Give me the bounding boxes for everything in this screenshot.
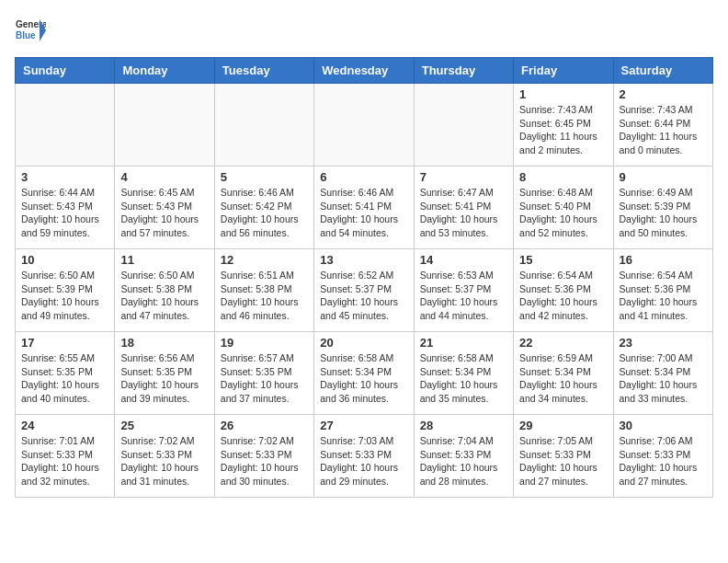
day-number: 4 [120,170,208,184]
calendar-cell: 11Sunrise: 6:50 AM Sunset: 5:38 PM Dayli… [115,249,214,332]
calendar-week-2: 3Sunrise: 6:44 AM Sunset: 5:43 PM Daylig… [16,167,713,249]
calendar-cell: 21Sunrise: 6:58 AM Sunset: 5:34 PM Dayli… [414,332,513,415]
day-info: Sunrise: 6:58 AM Sunset: 5:34 PM Dayligh… [320,351,407,406]
day-number: 18 [120,336,208,350]
day-info: Sunrise: 6:55 AM Sunset: 5:35 PM Dayligh… [21,351,108,406]
calendar-cell [16,84,115,167]
day-number: 10 [21,253,108,267]
calendar-cell: 7Sunrise: 6:47 AM Sunset: 5:41 PM Daylig… [414,167,513,249]
day-number: 19 [221,336,308,350]
day-info: Sunrise: 6:52 AM Sunset: 5:37 PM Dayligh… [320,269,407,323]
day-info: Sunrise: 6:58 AM Sunset: 5:34 PM Dayligh… [420,351,507,406]
day-info: Sunrise: 7:05 AM Sunset: 5:33 PM Dayligh… [519,434,607,488]
calendar-cell: 28Sunrise: 7:04 AM Sunset: 5:33 PM Dayli… [414,415,513,498]
day-number: 9 [620,170,707,184]
calendar-header-thursday: Thursday [414,58,513,84]
day-info: Sunrise: 7:43 AM Sunset: 6:44 PM Dayligh… [620,103,707,157]
logo-svg: General Blue [15,15,46,46]
page-header: General Blue [15,15,713,46]
svg-text:Blue: Blue [16,30,36,40]
calendar-week-4: 17Sunrise: 6:55 AM Sunset: 5:35 PM Dayli… [16,332,713,415]
day-info: Sunrise: 6:47 AM Sunset: 5:41 PM Dayligh… [420,186,507,240]
day-info: Sunrise: 6:46 AM Sunset: 5:41 PM Dayligh… [320,186,407,240]
day-number: 17 [21,336,108,350]
logo: General Blue [15,15,46,46]
calendar-header-wednesday: Wednesday [314,58,414,84]
calendar-header-row: SundayMondayTuesdayWednesdayThursdayFrid… [16,58,713,84]
calendar-cell: 10Sunrise: 6:50 AM Sunset: 5:39 PM Dayli… [16,249,115,332]
day-number: 22 [519,336,607,350]
calendar-cell: 1Sunrise: 7:43 AM Sunset: 6:45 PM Daylig… [514,84,613,167]
calendar-week-3: 10Sunrise: 6:50 AM Sunset: 5:39 PM Dayli… [16,249,713,332]
day-number: 25 [120,419,208,432]
day-info: Sunrise: 7:04 AM Sunset: 5:33 PM Dayligh… [420,434,507,488]
day-number: 8 [519,170,607,184]
calendar-header-saturday: Saturday [613,58,712,84]
day-info: Sunrise: 7:43 AM Sunset: 6:45 PM Dayligh… [519,103,607,157]
day-number: 13 [320,253,407,267]
calendar-cell: 18Sunrise: 6:56 AM Sunset: 5:35 PM Dayli… [115,332,214,415]
day-info: Sunrise: 6:51 AM Sunset: 5:38 PM Dayligh… [221,269,308,323]
day-info: Sunrise: 7:03 AM Sunset: 5:33 PM Dayligh… [320,434,407,488]
calendar-cell: 30Sunrise: 7:06 AM Sunset: 5:33 PM Dayli… [613,415,712,498]
day-info: Sunrise: 6:50 AM Sunset: 5:38 PM Dayligh… [120,269,208,323]
day-number: 24 [21,419,108,432]
calendar-cell: 4Sunrise: 6:45 AM Sunset: 5:43 PM Daylig… [115,167,214,249]
day-info: Sunrise: 6:44 AM Sunset: 5:43 PM Dayligh… [21,186,108,240]
day-info: Sunrise: 6:56 AM Sunset: 5:35 PM Dayligh… [120,351,208,406]
calendar-header-friday: Friday [514,58,613,84]
calendar-cell: 22Sunrise: 6:59 AM Sunset: 5:34 PM Dayli… [514,332,613,415]
day-number: 6 [320,170,407,184]
calendar-cell: 20Sunrise: 6:58 AM Sunset: 5:34 PM Dayli… [314,332,414,415]
day-info: Sunrise: 7:00 AM Sunset: 5:34 PM Dayligh… [620,351,707,406]
day-info: Sunrise: 6:53 AM Sunset: 5:37 PM Dayligh… [420,269,507,323]
day-info: Sunrise: 6:48 AM Sunset: 5:40 PM Dayligh… [519,186,607,240]
day-number: 27 [320,419,407,432]
day-number: 2 [620,87,707,101]
day-info: Sunrise: 6:46 AM Sunset: 5:42 PM Dayligh… [221,186,308,240]
calendar-cell: 24Sunrise: 7:01 AM Sunset: 5:33 PM Dayli… [16,415,115,498]
day-info: Sunrise: 7:06 AM Sunset: 5:33 PM Dayligh… [620,434,707,488]
calendar-cell: 17Sunrise: 6:55 AM Sunset: 5:35 PM Dayli… [16,332,115,415]
day-info: Sunrise: 6:54 AM Sunset: 5:36 PM Dayligh… [519,269,607,323]
day-number: 30 [620,419,707,432]
day-info: Sunrise: 7:02 AM Sunset: 5:33 PM Dayligh… [221,434,308,488]
calendar-cell: 2Sunrise: 7:43 AM Sunset: 6:44 PM Daylig… [613,84,712,167]
calendar-header-tuesday: Tuesday [214,58,313,84]
calendar-cell: 19Sunrise: 6:57 AM Sunset: 5:35 PM Dayli… [214,332,313,415]
calendar-cell: 15Sunrise: 6:54 AM Sunset: 5:36 PM Dayli… [514,249,613,332]
calendar-cell: 8Sunrise: 6:48 AM Sunset: 5:40 PM Daylig… [514,167,613,249]
day-number: 1 [519,87,607,101]
day-info: Sunrise: 6:50 AM Sunset: 5:39 PM Dayligh… [21,269,108,323]
day-number: 23 [620,336,707,350]
day-number: 3 [21,170,108,184]
calendar-header-monday: Monday [115,58,214,84]
day-info: Sunrise: 6:54 AM Sunset: 5:36 PM Dayligh… [620,269,707,323]
calendar-cell: 23Sunrise: 7:00 AM Sunset: 5:34 PM Dayli… [613,332,712,415]
day-info: Sunrise: 6:49 AM Sunset: 5:39 PM Dayligh… [620,186,707,240]
day-info: Sunrise: 6:45 AM Sunset: 5:43 PM Dayligh… [120,186,208,240]
day-info: Sunrise: 6:57 AM Sunset: 5:35 PM Dayligh… [221,351,308,406]
calendar-cell: 6Sunrise: 6:46 AM Sunset: 5:41 PM Daylig… [314,167,414,249]
calendar-week-1: 1Sunrise: 7:43 AM Sunset: 6:45 PM Daylig… [16,84,713,167]
day-number: 21 [420,336,507,350]
day-info: Sunrise: 7:01 AM Sunset: 5:33 PM Dayligh… [21,434,108,488]
calendar-week-5: 24Sunrise: 7:01 AM Sunset: 5:33 PM Dayli… [16,415,713,498]
calendar-cell: 16Sunrise: 6:54 AM Sunset: 5:36 PM Dayli… [613,249,712,332]
calendar-cell: 13Sunrise: 6:52 AM Sunset: 5:37 PM Dayli… [314,249,414,332]
calendar-table: SundayMondayTuesdayWednesdayThursdayFrid… [15,57,713,498]
day-number: 28 [420,419,507,432]
day-number: 16 [620,253,707,267]
calendar-cell [314,84,414,167]
calendar-cell: 14Sunrise: 6:53 AM Sunset: 5:37 PM Dayli… [414,249,513,332]
calendar-cell [115,84,214,167]
calendar-cell: 26Sunrise: 7:02 AM Sunset: 5:33 PM Dayli… [214,415,313,498]
day-number: 11 [120,253,208,267]
day-number: 26 [221,419,308,432]
day-number: 29 [519,419,607,432]
day-info: Sunrise: 7:02 AM Sunset: 5:33 PM Dayligh… [120,434,208,488]
day-number: 20 [320,336,407,350]
calendar-cell: 25Sunrise: 7:02 AM Sunset: 5:33 PM Dayli… [115,415,214,498]
calendar-cell: 27Sunrise: 7:03 AM Sunset: 5:33 PM Dayli… [314,415,414,498]
calendar-cell: 12Sunrise: 6:51 AM Sunset: 5:38 PM Dayli… [214,249,313,332]
